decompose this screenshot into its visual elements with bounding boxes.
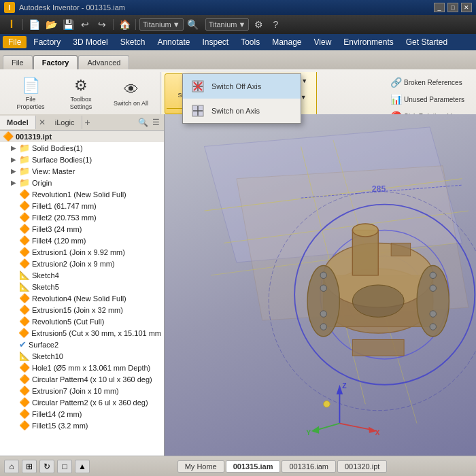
annotate-menu[interactable]: Annotate	[152, 36, 195, 48]
home-status-button[interactable]: ⌂	[4, 460, 19, 473]
rotate-button[interactable]: ↻	[39, 460, 54, 473]
switch-on-all-button[interactable]: 👁 Switch on All	[107, 73, 154, 114]
list-item[interactable]: ▶ 🔶 Extrusion5 (Cut x 30 mm, x 15.101 mm	[0, 327, 164, 339]
item-label: Surface Bodies(1)	[32, 156, 92, 164]
item-label: Revolution5 (Cut Full)	[32, 318, 104, 326]
root-label: 001319.ipt	[16, 133, 52, 141]
list-item[interactable]: ▶ 📐 Sketch10	[0, 350, 164, 362]
model-tab-close[interactable]: ✕	[36, 116, 48, 129]
switch-on-axis-dropdown-item[interactable]: Switch on Axis	[183, 99, 301, 123]
my-home-tab[interactable]: My Home	[177, 460, 224, 473]
item-label: Surface2	[29, 341, 58, 349]
save-button[interactable]: 💾	[61, 18, 75, 31]
view-button[interactable]: □	[57, 460, 72, 473]
switch-off-axis-dropdown-item[interactable]: Switch Off Axis	[183, 74, 301, 99]
panel-menu-button[interactable]: ☰	[151, 116, 161, 129]
list-item[interactable]: ▶ 🔶 Revolution4 (New Solid Full)	[0, 292, 164, 304]
list-item[interactable]: ▶ 🔶 Extrusion7 (Join x 10 mm)	[0, 385, 164, 396]
broken-references-button[interactable]: 🔗 Broken References	[387, 75, 468, 90]
iam-tab-1[interactable]: 001315.iam	[226, 460, 281, 473]
file-properties-button[interactable]: 📄 File Properties	[7, 73, 54, 114]
model-tab[interactable]: Model	[0, 116, 36, 129]
svg-text:285: 285	[372, 184, 386, 194]
maximize-button[interactable]: □	[447, 3, 458, 12]
minimize-button[interactable]: _	[434, 3, 445, 12]
sketch-menu[interactable]: Sketch	[115, 36, 151, 48]
undo-button[interactable]: ↩	[78, 18, 92, 31]
svg-text:Y: Y	[306, 429, 311, 437]
list-item[interactable]: ▶ 📁 View: Master	[0, 165, 164, 177]
new-button[interactable]: 📄	[27, 18, 41, 31]
search-button[interactable]: 🔍	[186, 18, 201, 31]
list-item[interactable]: ▶ 🔶 Extrusion2 (Join x 9 mm)	[0, 258, 164, 269]
tab-advanced[interactable]: Advanced	[78, 55, 129, 69]
app-title: Autodesk Inventor - 001315.iam	[19, 3, 125, 12]
app-menu-button[interactable]: I	[4, 18, 19, 31]
item-label: Solid Bodies(1)	[32, 144, 83, 152]
file-menu[interactable]: File	[3, 36, 27, 48]
list-item[interactable]: ▶ 🔶 Fillet14 (2 mm)	[0, 408, 164, 420]
list-item[interactable]: ▶ 🔶 Circular Pattern2 (x 6 ul x 360 deg)	[0, 396, 164, 408]
list-item[interactable]: ▶ 🔶 Circular Pattern4 (x 10 ul x 360 deg…	[0, 373, 164, 385]
add-tab-button[interactable]: +	[82, 116, 93, 129]
toolbox-settings-button[interactable]: ⚙ Toolbox Settings	[57, 73, 105, 114]
list-item[interactable]: ▶ 🔶 Fillet3 (24 mm)	[0, 223, 164, 235]
home-button[interactable]: 🏠	[117, 18, 132, 31]
factory-menu[interactable]: Factory	[28, 36, 66, 48]
unused-parameters-icon: 📊	[390, 94, 402, 105]
grid-button[interactable]: ⊞	[22, 460, 37, 473]
ilogic-tab[interactable]: iLogic	[48, 116, 82, 129]
open-button[interactable]: 📂	[44, 18, 58, 31]
tree-root[interactable]: 🔶 001319.ipt	[0, 131, 164, 142]
item-icon: 🔶	[19, 374, 30, 384]
help-button[interactable]: ?	[268, 18, 283, 31]
list-item[interactable]: ▶ 📁 Origin	[0, 177, 164, 188]
list-item[interactable]: ▶ 📐 Sketch4	[0, 269, 164, 281]
list-item[interactable]: ▶ 🔶 Revolution1 (New Solid Full)	[0, 188, 164, 200]
list-item[interactable]: ▶ 🔶 Revolution5 (Cut Full)	[0, 316, 164, 327]
item-icon: 🔶	[19, 316, 30, 326]
list-item[interactable]: ▶ 🔶 Extrusion15 (Join x 32 mm)	[0, 304, 164, 316]
item-icon: 📁	[19, 166, 30, 176]
list-item[interactable]: ▶ 🔶 Fillet1 (61.747 mm)	[0, 200, 164, 211]
view-menu[interactable]: View	[309, 36, 337, 48]
project-dropdown[interactable]: Titanium ▼	[205, 18, 250, 31]
ipt-tab[interactable]: 001320.ipt	[337, 460, 387, 473]
list-item[interactable]: ▶ 🔶 Extrusion1 (Join x 9.92 mm)	[0, 246, 164, 258]
list-item[interactable]: ▶ 🔶 Fillet2 (20.753 mm)	[0, 211, 164, 223]
svg-marker-47	[311, 426, 319, 433]
unused-parameters-button[interactable]: 📊 Unused Parameters	[387, 92, 468, 107]
search-panel-button[interactable]: 🔍	[137, 116, 150, 129]
switch-on-axis-item-icon	[190, 103, 206, 119]
tools-menu[interactable]: Tools	[235, 36, 265, 48]
separator3	[135, 19, 136, 30]
iam-tab-2[interactable]: 001316.iam	[282, 460, 336, 473]
item-icon: 🔶	[19, 189, 30, 199]
arrow-button[interactable]: ▲	[75, 460, 90, 473]
viewport[interactable]: 285 Z X Y	[165, 114, 476, 456]
list-item[interactable]: ▶ 🔶 Hole1 (Ø5 mm x 13.061 mm Depth)	[0, 362, 164, 373]
tab-factory[interactable]: Factory	[33, 55, 78, 69]
list-item[interactable]: ▶ 📁 Surface Bodies(1)	[0, 154, 164, 165]
redo-button[interactable]: ↪	[95, 18, 109, 31]
close-button[interactable]: ✕	[461, 3, 472, 12]
list-item[interactable]: ▶ 🔶 Fillet15 (3.2 mm)	[0, 420, 164, 431]
environments-menu[interactable]: Environments	[338, 36, 398, 48]
svg-point-24	[320, 285, 326, 291]
list-item[interactable]: ▶ 🔶 Fillet4 (120 mm)	[0, 235, 164, 246]
tab-file[interactable]: File	[3, 55, 33, 69]
tree-area[interactable]: 🔶 001319.ipt ▶ 📁 Solid Bodies(1) ▶ 📁 Sur…	[0, 131, 164, 456]
panel-tabs: Model ✕ iLogic + 🔍 ☰	[0, 114, 164, 131]
item-label: Origin	[32, 179, 52, 187]
list-item[interactable]: ▶ 📐 Sketch5	[0, 281, 164, 292]
list-item[interactable]: ▶ 📁 Solid Bodies(1)	[0, 142, 164, 154]
manage-menu[interactable]: Manage	[267, 36, 307, 48]
svg-point-29	[430, 311, 436, 317]
3dmodel-menu[interactable]: 3D Model	[67, 36, 113, 48]
list-item[interactable]: ▶ ✔ Surface2	[0, 339, 164, 350]
get-started-menu[interactable]: Get Started	[401, 36, 453, 48]
left-panel: Model ✕ iLogic + 🔍 ☰ 🔶 001319.ipt ▶ 📁 So…	[0, 114, 165, 456]
app-name-dropdown[interactable]: Titanium ▼	[139, 18, 184, 31]
inspect-menu[interactable]: Inspect	[197, 36, 234, 48]
settings-button[interactable]: ⚙	[251, 18, 266, 31]
